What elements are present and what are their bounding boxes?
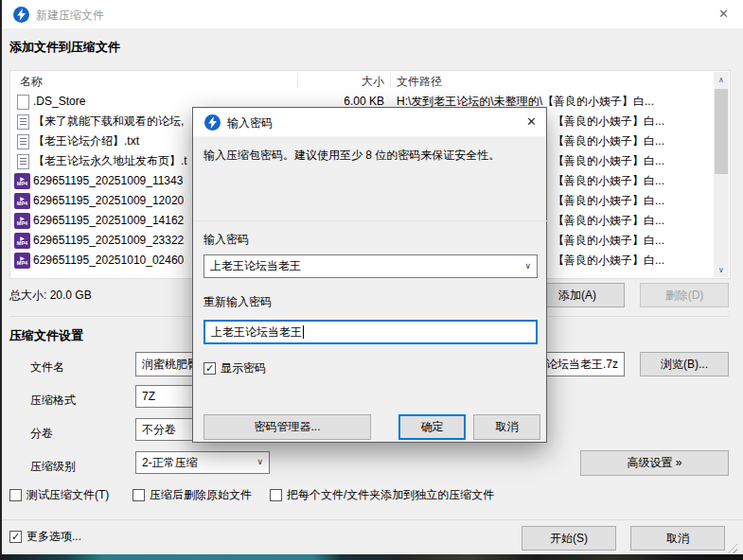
checkbox-checked[interactable]: ✓ [9,531,22,543]
column-name[interactable]: 名称 [20,74,43,90]
background-window-strip [0,553,743,560]
confirm-password-label: 重新输入密码 [203,294,272,310]
total-size-label: 总大小: 20.0 GB [9,288,92,304]
password-manager-button[interactable]: 密码管理器... [203,414,371,440]
scroll-down-icon[interactable]: ∨ [714,262,729,277]
dialog-title: 输入密码 [227,115,273,131]
mp4-label: MP4 [17,241,27,247]
dialog-close-icon[interactable]: ✕ [526,114,537,129]
level-label: 压缩级别 [30,459,76,475]
format-label: 压缩格式 [30,393,76,409]
cancel-button[interactable]: 取消 [630,526,725,551]
close-icon[interactable]: ✕ [718,7,729,21]
dialog-message: 输入压缩包密码。建议使用至少 8 位的密码来保证安全性。 [203,148,537,164]
confirm-password-input[interactable]: 上老王论坛当老王 [203,320,538,344]
mp4-label: MP4 [17,201,27,207]
column-size[interactable]: 大小 [337,74,384,90]
mp4-label: MP4 [17,261,27,267]
checkbox-unchecked[interactable] [270,489,282,501]
scrollbar[interactable]: ∧ ∨ [714,72,729,277]
volume-value: 不分卷 [142,422,176,438]
filename-left-fragment: 润蜜桃肥臀 [142,357,199,373]
text-file-icon [17,134,29,149]
screen: 新建压缩文件 ✕ 添加文件到压缩文件 名称 大小 文件路径 .DS_Store … [0,0,743,560]
scroll-up-icon[interactable]: ∧ [714,72,729,87]
main-titlebar[interactable] [2,0,743,28]
app-logo-icon [204,114,221,131]
column-divider[interactable] [390,73,391,88]
mp4-file-icon: ▶MP4 [14,213,30,229]
separate-archives-checkbox[interactable]: 把每个文件/文件夹添加到独立的压缩文件 [270,487,494,503]
mp4-label: MP4 [17,182,27,187]
ok-button[interactable]: 确定 [398,414,466,440]
mp4-file-icon: ▶MP4 [14,173,30,189]
check-icon: ✓ [205,363,214,374]
checkbox-label: 压缩后删除原始文件 [150,487,252,503]
checkbox-unchecked[interactable] [9,489,22,501]
delete-button: 删除(D) [640,283,729,307]
check-icon: ✓ [11,532,20,542]
blank-file-icon [17,95,29,110]
advanced-settings-button[interactable]: 高级设置 » [580,450,729,476]
filename-right-fragment: 论坛当老王.7z [546,357,618,373]
chevron-down-icon: ∨ [524,261,531,271]
password-label: 输入密码 [203,232,249,248]
delete-original-checkbox[interactable]: 压缩后删除原始文件 [133,487,252,503]
browse-button[interactable]: 浏览(B)... [640,352,729,376]
archive-settings-header: 压缩文件设置 [9,327,83,344]
confirm-password-value: 上老王论坛当老王 [211,324,302,341]
checkbox-label: 把每个文件/文件夹添加到独立的压缩文件 [287,487,494,503]
scrollbar-thumb[interactable] [715,89,728,174]
window-title: 新建压缩文件 [36,8,104,24]
checkbox-checked[interactable]: ✓ [203,362,216,375]
chevron-down-icon: ∨ [257,457,263,466]
text-file-icon [17,114,29,130]
divider [193,220,548,221]
column-path[interactable]: 文件路径 [397,74,442,90]
checkbox-label: 显示密码 [221,360,266,376]
level-value: 2-正常压缩 [142,455,198,471]
show-password-checkbox[interactable]: ✓ 显示密码 [203,360,266,376]
column-divider[interactable] [297,73,298,88]
list-header[interactable]: 名称 大小 文件路径 [10,71,730,90]
checkbox-unchecked[interactable] [133,489,145,501]
checkbox-label: 更多选项... [27,529,81,545]
password-value: 上老王论坛当老王 [210,258,301,274]
mp4-file-icon: ▶MP4 [14,193,30,209]
filename-label: 文件名 [30,359,64,376]
volume-label: 分卷 [30,426,53,442]
test-archive-checkbox[interactable]: 测试压缩文件(T) [9,487,109,503]
mp4-label: MP4 [17,221,27,227]
password-combobox[interactable]: 上老王论坛当老王 ∨ [203,254,538,278]
text-file-icon [17,154,29,169]
more-options-checkbox[interactable]: ✓ 更多选项... [9,529,81,545]
mp4-file-icon: ▶MP4 [14,233,30,249]
password-dialog: 输入密码 ✕ 输入压缩包密码。建议使用至少 8 位的密码来保证安全性。 输入密码… [192,107,547,443]
dialog-cancel-button[interactable]: 取消 [473,414,540,440]
format-value: 7Z [142,390,155,403]
text-caret [303,325,304,339]
add-files-header: 添加文件到压缩文件 [9,39,120,56]
mp4-file-icon: ▶MP4 [14,253,30,269]
level-select[interactable]: 2-正常压缩 ∨ [135,451,270,474]
app-logo-icon [13,7,29,23]
checkbox-label: 测试压缩文件(T) [27,487,109,503]
divider [2,519,743,520]
start-button[interactable]: 开始(S) [522,526,616,551]
